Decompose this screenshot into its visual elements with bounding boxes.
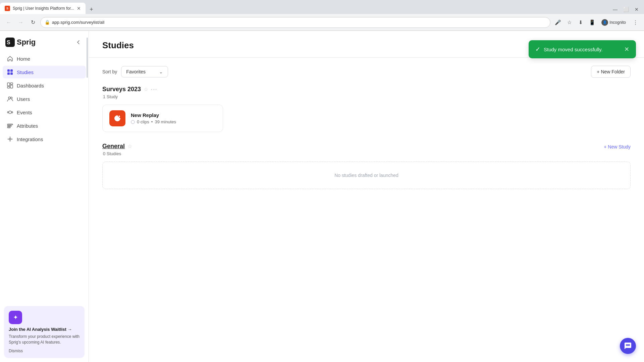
study-status-dot [131,120,135,124]
tab-title: Sprig | User Insights Platform for... [13,6,74,11]
sidebar-item-events-label: Events [17,110,32,115]
sort-select[interactable]: Favorites ⌄ [121,66,168,77]
toast-close-button[interactable]: ✕ [624,46,629,53]
folder-general-header: General ☆ [102,143,132,150]
folder-surveys-2023-star-icon[interactable]: ☆ [144,86,148,93]
svg-rect-6 [7,83,10,86]
svg-rect-9 [7,86,10,88]
sidebar-item-users-label: Users [17,96,30,102]
address-text: app.sprig.com/surveylist/all [52,20,546,25]
ai-card-description: Transform your product experience with S… [9,334,80,345]
toast-notification: ✓ Study moved successfully. ✕ [529,40,636,58]
sprig-logo[interactable]: S Sprig [5,38,36,47]
sidebar-item-home-label: Home [17,56,30,62]
ai-card-title[interactable]: Join the AI Analysis Waitlist → [9,327,80,332]
svg-rect-15 [7,124,13,125]
study-name: New Replay [131,112,176,118]
restore-button[interactable]: ⬜ [621,5,631,14]
sidebar-scrollbar [86,31,89,362]
integrations-icon [7,136,13,142]
svg-rect-3 [10,69,13,72]
ai-analysis-card: ✦ Join the AI Analysis Waitlist → Transf… [4,306,85,358]
folder-surveys-2023-menu-button[interactable]: ··· [151,86,157,93]
sidebar-scrollbar-thumb [87,38,88,78]
forward-button[interactable]: → [16,18,25,27]
study-info: New Replay 0 clips • 39 minutes [131,112,176,124]
ai-card-dismiss-button[interactable]: Dismiss [9,349,80,353]
tab-close-button[interactable]: ✕ [77,6,81,11]
svg-rect-2 [7,69,10,72]
sidebar-item-dashboards-label: Dashboards [17,83,44,88]
svg-point-10 [8,97,10,99]
new-folder-label: + New Folder [597,69,625,74]
svg-rect-8 [10,85,13,88]
folder-surveys-2023-header: Surveys 2023 ☆ ··· [102,86,631,93]
sort-value: Favorites [126,69,146,74]
menu-button[interactable]: ⋮ [631,18,640,27]
address-bar[interactable]: 🔒 app.sprig.com/surveylist/all [40,17,550,28]
sidebar-item-events[interactable]: Events [3,106,86,119]
study-clips: 0 clips [137,119,149,124]
replay-study-icon [109,110,125,126]
folder-general-name[interactable]: General [102,143,125,150]
toolbar: Sort by Favorites ⌄ + New Folder [102,66,631,78]
minimize-button[interactable]: — [610,5,620,14]
svg-point-14 [11,112,13,113]
sidebar-nav: Home Studies [0,50,89,148]
svg-point-19 [116,117,118,119]
sidebar: S Sprig Hom [0,31,89,362]
home-icon [7,55,13,62]
back-button[interactable]: ← [4,18,13,27]
new-folder-button[interactable]: + New Folder [591,66,631,78]
attributes-icon [7,122,13,129]
folder-general-star-icon[interactable]: ☆ [127,143,132,149]
empty-state-text: No studies drafted or launched [334,173,398,178]
app-layout: S Sprig Hom [0,31,644,362]
page-body: Sort by Favorites ⌄ + New Folder Surveys… [89,58,644,208]
sidebar-item-dashboards[interactable]: Dashboards [3,79,86,92]
toast-message: Study moved successfully. [544,47,603,52]
study-card-new-replay[interactable]: New Replay 0 clips • 39 minutes [102,105,223,132]
device-button[interactable]: 📱 [587,18,597,27]
chat-icon [624,342,632,350]
close-window-button[interactable]: ✕ [632,5,641,14]
refresh-button[interactable]: ↻ [28,18,38,27]
sort-section: Sort by Favorites ⌄ [102,66,168,77]
media-button[interactable]: 🎤 [553,18,562,27]
browser-tab-bar: S Sprig | User Insights Platform for... … [0,0,644,14]
sidebar-item-studies-label: Studies [17,69,34,75]
new-study-button[interactable]: + New Study [604,143,631,151]
svg-text:S: S [7,40,10,45]
folder-general-header-row: General ☆ 0 Studies + New Study [102,143,631,162]
download-button[interactable]: ⬇ [576,18,585,27]
svg-rect-16 [7,126,11,127]
sidebar-item-home[interactable]: Home [3,52,86,65]
empty-state: No studies drafted or launched [102,162,631,189]
incognito-button[interactable]: 👤 Incognito [599,18,629,27]
dashboards-icon [7,82,13,89]
sidebar-collapse-button[interactable] [74,38,83,47]
new-tab-button[interactable]: + [87,5,96,14]
sidebar-item-integrations-label: Integrations [17,136,43,142]
svg-point-12 [9,111,11,114]
svg-rect-5 [10,72,13,75]
svg-point-11 [11,97,12,99]
nav-actions: 🎤 ☆ ⬇ 📱 👤 Incognito ⋮ [553,18,640,27]
studies-icon [7,69,13,75]
bookmark-button[interactable]: ☆ [565,18,574,27]
chat-button[interactable] [620,338,636,354]
study-duration: 39 minutes [155,119,176,124]
sidebar-header: S Sprig [0,31,89,50]
folder-surveys-2023-name[interactable]: Surveys 2023 [102,86,141,93]
sidebar-bottom: ✦ Join the AI Analysis Waitlist → Transf… [0,302,89,362]
sidebar-item-users[interactable]: Users [3,93,86,105]
toast-success-icon: ✓ [535,46,540,53]
sidebar-item-integrations[interactable]: Integrations [3,133,86,145]
sprig-logo-icon: S [5,38,15,47]
incognito-label: Incognito [609,20,626,25]
sidebar-item-attributes[interactable]: Attributes [3,119,86,132]
main-content: Studies Sort by Favorites ⌄ + New Folder [89,31,644,362]
active-tab[interactable]: S Sprig | User Insights Platform for... … [0,3,86,14]
sidebar-item-studies[interactable]: Studies [3,66,86,78]
browser-chrome: S Sprig | User Insights Platform for... … [0,0,644,31]
